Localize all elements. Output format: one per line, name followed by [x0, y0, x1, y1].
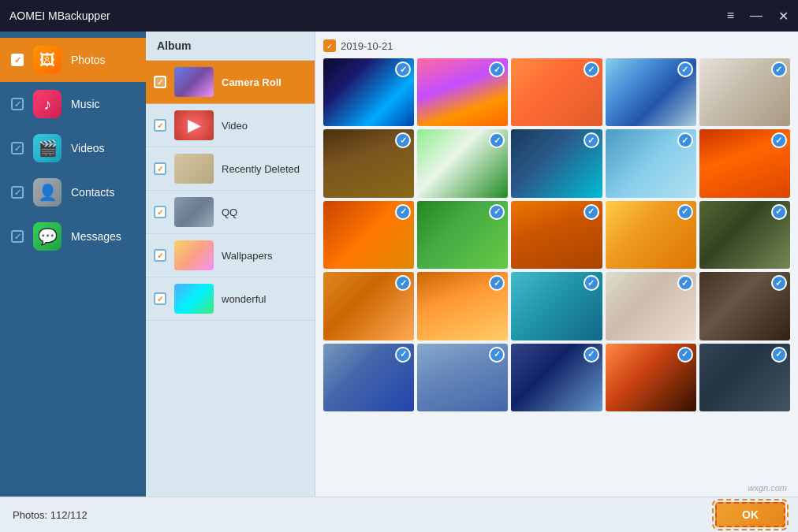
album-thumb-qq: [174, 197, 214, 227]
photo-cell[interactable]: ✓: [323, 344, 414, 411]
photo-cell[interactable]: ✓: [511, 201, 602, 269]
photo-check: ✓: [395, 347, 411, 363]
photo-cell[interactable]: ✓: [606, 201, 696, 269]
sidebar-checkbox-music: [11, 98, 24, 110]
album-label-recently-deleted: Recently Deleted: [222, 163, 300, 175]
photo-cell[interactable]: ✓: [323, 272, 414, 340]
photo-check: ✓: [677, 275, 693, 291]
contacts-icon: 👤: [33, 178, 62, 206]
photo-check: ✓: [584, 275, 599, 291]
sidebar-label-photos: Photos: [71, 54, 106, 66]
titlebar: AOMEI MBackupper ≡ — ✕: [0, 0, 798, 32]
photo-cell[interactable]: ✓: [417, 272, 508, 340]
sidebar-label-videos: Videos: [71, 142, 105, 154]
photo-cell[interactable]: ✓: [417, 201, 508, 269]
album-checkbox-wonderful: [154, 292, 166, 305]
photo-cell[interactable]: ✓: [699, 201, 790, 269]
photo-cell[interactable]: ✓: [417, 129, 508, 197]
photo-cell[interactable]: ✓: [417, 58, 508, 126]
date-label: ✓ 2019-10-21: [323, 39, 790, 52]
album-label-video: Video: [222, 120, 248, 132]
photo-cell[interactable]: ✓: [323, 58, 414, 126]
sidebar-label-contacts: Contacts: [71, 186, 114, 199]
window-controls: ≡ — ✕: [727, 9, 789, 24]
photo-cell[interactable]: ✓: [417, 344, 508, 411]
sidebar-item-videos[interactable]: 🎬 Videos: [0, 126, 146, 170]
photo-cell[interactable]: ✓: [606, 129, 696, 197]
app-title: AOMEI MBackupper: [9, 9, 727, 22]
photo-cell[interactable]: ✓: [511, 129, 602, 197]
photo-cell[interactable]: ✓: [511, 58, 602, 126]
photo-cell[interactable]: ✓: [511, 344, 602, 411]
sidebar-checkbox-messages: [11, 230, 24, 243]
ok-button[interactable]: OK: [715, 502, 785, 527]
album-item-wonderful[interactable]: wonderful: [146, 277, 315, 321]
photo-check: ✓: [584, 347, 599, 363]
album-thumb-video: ▶: [174, 110, 214, 140]
photo-cell[interactable]: ✓: [511, 272, 602, 340]
sidebar-label-messages: Messages: [71, 230, 121, 243]
sidebar-item-music[interactable]: ♪ Music: [0, 82, 146, 126]
album-item-recently-deleted[interactable]: Recently Deleted: [146, 147, 315, 191]
photo-panel[interactable]: ✓ 2019-10-21 ✓ ✓ ✓ ✓ ✓ ✓: [315, 32, 798, 532]
photo-check: ✓: [677, 347, 693, 363]
album-checkbox-camera-roll: [154, 76, 166, 88]
photo-cell[interactable]: ✓: [699, 129, 790, 197]
photo-check: ✓: [771, 347, 787, 363]
album-thumb-recently-deleted: [174, 154, 214, 184]
sidebar-item-contacts[interactable]: 👤 Contacts: [0, 170, 146, 214]
photo-check: ✓: [395, 61, 411, 77]
photo-check: ✓: [771, 61, 787, 77]
photo-cell[interactable]: ✓: [606, 344, 696, 411]
album-label-wonderful: wonderful: [222, 293, 266, 305]
album-label-camera-roll: Camera Roll: [222, 76, 282, 88]
album-item-qq[interactable]: QQ: [146, 191, 315, 234]
photos-icon: 🖼: [33, 46, 62, 74]
photo-check: ✓: [771, 275, 787, 291]
close-button[interactable]: ✕: [778, 9, 789, 24]
album-thumb-wallpapers: [174, 240, 214, 270]
sidebar-checkbox-contacts: [11, 186, 24, 199]
date-text: 2019-10-21: [341, 40, 393, 52]
album-thumb-camera-roll: [174, 67, 214, 97]
photo-check: ✓: [395, 275, 411, 291]
album-checkbox-recently-deleted: [154, 162, 166, 175]
messages-icon: 💬: [33, 222, 62, 251]
videos-icon: 🎬: [33, 134, 62, 162]
photo-cell[interactable]: ✓: [699, 272, 790, 340]
album-item-wallpapers[interactable]: Wallpapers: [146, 234, 315, 277]
album-checkbox-qq: [154, 206, 166, 218]
sidebar-item-photos[interactable]: 🖼 Photos: [0, 38, 146, 82]
album-checkbox-wallpapers: [154, 249, 166, 262]
photo-check: ✓: [771, 132, 787, 148]
sidebar-item-messages[interactable]: 💬 Messages: [0, 214, 146, 259]
bottom-bar: Photos: 112/112 OK: [0, 497, 798, 532]
photo-check: ✓: [489, 132, 505, 148]
photo-cell[interactable]: ✓: [699, 58, 790, 126]
album-label-qq: QQ: [222, 206, 237, 218]
photo-check: ✓: [584, 132, 599, 148]
photo-cell[interactable]: ✓: [323, 201, 414, 269]
photo-check: ✓: [489, 275, 505, 291]
photo-cell[interactable]: ✓: [699, 344, 790, 411]
menu-icon[interactable]: ≡: [727, 9, 734, 23]
sidebar-label-music: Music: [71, 98, 100, 110]
photo-check: ✓: [677, 61, 693, 77]
photo-check: ✓: [584, 61, 599, 77]
photo-check: ✓: [584, 204, 599, 220]
album-header: Album: [146, 32, 315, 61]
photo-check: ✓: [677, 132, 693, 148]
minimize-button[interactable]: —: [750, 9, 763, 23]
photo-cell[interactable]: ✓: [606, 58, 696, 126]
photo-check: ✓: [489, 61, 505, 77]
sidebar-checkbox-videos: [11, 142, 24, 154]
photo-cell[interactable]: ✓: [606, 272, 696, 340]
status-text: Photos: 112/112: [13, 509, 715, 521]
photo-check: ✓: [395, 204, 411, 220]
photo-cell[interactable]: ✓: [323, 129, 414, 197]
album-item-camera-roll[interactable]: Camera Roll: [146, 61, 315, 104]
photo-check: ✓: [489, 347, 505, 363]
music-icon: ♪: [33, 90, 62, 118]
album-item-video[interactable]: ▶ Video: [146, 104, 315, 147]
date-checkbox-icon: ✓: [323, 39, 336, 52]
